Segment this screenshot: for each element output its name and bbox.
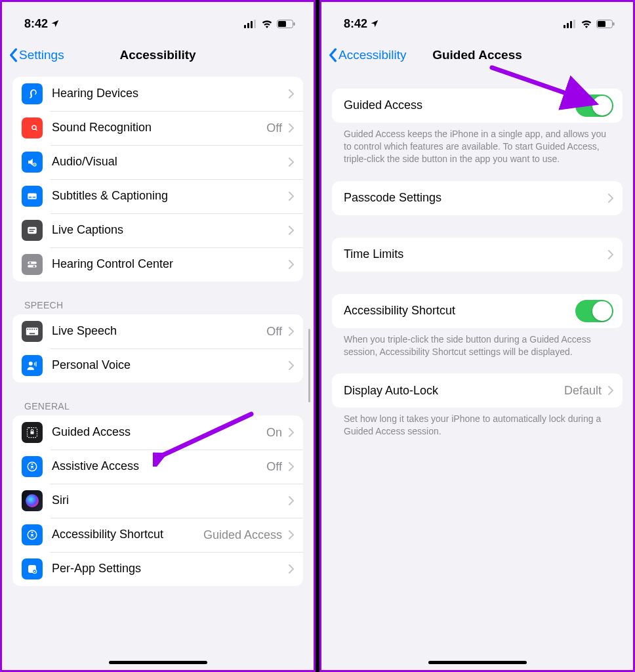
content-area: Guided Access Guided Access keeps the iP… <box>321 89 633 457</box>
chevron-right-icon <box>289 226 294 235</box>
row-label: Siri <box>52 494 289 508</box>
back-button[interactable]: Settings <box>9 48 64 62</box>
row-guided-access-toggle[interactable]: Guided Access <box>332 89 623 123</box>
row-hearing-devices[interactable]: Hearing Devices <box>12 77 303 111</box>
svg-rect-1 <box>247 23 249 28</box>
svg-rect-16 <box>28 262 37 264</box>
row-detail: Off <box>266 460 282 474</box>
svg-rect-13 <box>28 227 37 234</box>
row-subtitles[interactable]: Subtitles & Captioning <box>12 179 303 213</box>
group-shortcut: Accessibility Shortcut <box>332 294 623 328</box>
chevron-right-icon <box>289 327 294 336</box>
phone-right: 8:42 Accessibility Guided Access <box>319 0 635 672</box>
svg-point-18 <box>30 262 31 264</box>
speaker-eye-icon <box>22 152 43 173</box>
toggle-switch[interactable] <box>575 300 613 322</box>
row-label: Time Limits <box>344 247 608 262</box>
content-area: Hearing Devices Sound Recognition Off Au… <box>2 77 314 606</box>
row-siri[interactable]: Siri <box>12 484 303 518</box>
svg-rect-6 <box>294 22 295 26</box>
chevron-right-icon <box>289 89 294 98</box>
chevron-right-icon <box>608 194 613 203</box>
row-label: Passcode Settings <box>344 191 608 205</box>
assistive-access-icon <box>22 456 43 477</box>
toggle-switch[interactable] <box>575 94 613 117</box>
back-label: Accessibility <box>338 48 406 62</box>
row-label: Accessibility Shortcut <box>52 528 203 542</box>
row-accessibility-shortcut-toggle[interactable]: Accessibility Shortcut <box>332 294 623 328</box>
svg-rect-21 <box>28 329 29 330</box>
row-detail: Off <box>266 121 282 135</box>
row-sound-recognition[interactable]: Sound Recognition Off <box>12 111 303 145</box>
group-passcode: Passcode Settings <box>332 181 623 215</box>
per-app-icon <box>22 558 43 579</box>
chevron-right-icon <box>289 158 294 167</box>
row-label: Hearing Devices <box>52 87 289 101</box>
ear-icon <box>22 83 43 104</box>
row-hearing-cc[interactable]: Hearing Control Center <box>12 247 303 282</box>
row-detail: On <box>266 426 282 440</box>
person-voice-icon <box>22 355 43 376</box>
home-indicator <box>428 661 527 664</box>
svg-rect-38 <box>567 23 569 28</box>
svg-rect-3 <box>254 20 256 28</box>
row-per-app-settings[interactable]: Per-App Settings <box>12 552 303 586</box>
status-bar: 8:42 <box>2 2 314 37</box>
scroll-indicator[interactable] <box>308 329 310 402</box>
back-button[interactable]: Accessibility <box>328 48 406 62</box>
svg-rect-29 <box>31 431 34 434</box>
chevron-right-icon <box>608 250 613 259</box>
row-accessibility-shortcut[interactable]: Accessibility Shortcut Guided Access <box>12 518 303 552</box>
row-label: Live Speech <box>52 324 266 339</box>
svg-rect-5 <box>278 21 286 27</box>
siri-icon <box>22 490 43 511</box>
live-captions-icon <box>22 220 43 241</box>
status-bar: 8:42 <box>321 2 633 37</box>
chevron-right-icon <box>289 496 294 505</box>
row-label: Display Auto-Lock <box>344 384 564 398</box>
group-autolock: Display Auto-Lock Default <box>332 373 623 408</box>
svg-rect-17 <box>28 265 37 268</box>
svg-rect-22 <box>30 329 31 330</box>
group-general: Guided Access On Assistive Access Off Si… <box>12 415 303 586</box>
row-live-speech[interactable]: Live Speech Off <box>12 314 303 348</box>
chevron-right-icon <box>289 530 294 539</box>
row-display-autolock[interactable]: Display Auto-Lock Default <box>332 373 623 408</box>
row-detail: Off <box>266 325 282 339</box>
row-live-captions[interactable]: Live Captions <box>12 213 303 247</box>
svg-point-27 <box>29 362 33 366</box>
row-audio-visual[interactable]: Audio/Visual <box>12 145 303 179</box>
row-time-limits[interactable]: Time Limits <box>332 238 623 272</box>
svg-point-7 <box>32 125 36 129</box>
svg-rect-43 <box>613 22 615 26</box>
svg-rect-37 <box>563 25 565 28</box>
svg-point-33 <box>31 532 33 533</box>
row-assistive-access[interactable]: Assistive Access Off <box>12 450 303 484</box>
chevron-right-icon <box>289 428 294 437</box>
sound-search-icon <box>22 117 43 138</box>
svg-point-9 <box>34 164 35 165</box>
page-title: Accessibility <box>119 48 195 62</box>
keyboard-icon <box>22 321 43 342</box>
status-time: 8:42 <box>24 17 48 31</box>
row-label: Guided Access <box>344 98 575 113</box>
row-label: Per-App Settings <box>52 562 289 576</box>
svg-point-31 <box>31 463 33 465</box>
chevron-right-icon <box>289 361 294 370</box>
svg-rect-40 <box>573 20 575 28</box>
svg-rect-14 <box>30 229 35 230</box>
row-label: Guided Access <box>52 425 266 440</box>
svg-rect-12 <box>33 197 36 198</box>
section-header-speech: Speech <box>24 300 303 310</box>
row-guided-access[interactable]: Guided Access On <box>12 415 303 450</box>
row-label: Subtitles & Captioning <box>52 189 289 203</box>
accessibility-shortcut-icon <box>22 524 43 545</box>
svg-rect-15 <box>30 231 34 232</box>
svg-rect-25 <box>36 329 37 330</box>
row-personal-voice[interactable]: Personal Voice <box>12 348 303 383</box>
svg-rect-2 <box>251 21 253 28</box>
chevron-right-icon <box>289 192 294 201</box>
control-center-icon <box>22 254 43 275</box>
wifi-icon <box>261 20 273 28</box>
row-passcode-settings[interactable]: Passcode Settings <box>332 181 623 215</box>
